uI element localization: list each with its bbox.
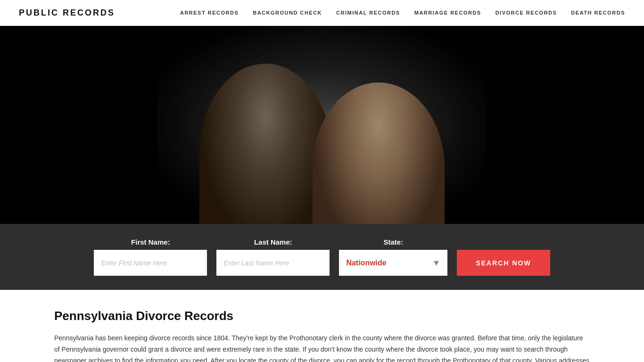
main-nav: ARREST RECORDS BACKGROUND CHECK CRIMINAL… [180,10,625,16]
person-right-figure [313,82,445,224]
search-now-button[interactable]: SEARCH NOW [457,250,550,276]
nav-death-records[interactable]: DEATH RECORDS [571,10,625,16]
page-title: Pennsylvania Divorce Records [54,309,590,323]
hero-couple-image [157,26,487,224]
first-name-label: First Name: [94,238,207,246]
state-select-wrapper: Nationwide Alabama Alaska Arizona Arkans… [339,250,447,276]
last-name-label: Last Name: [216,238,330,246]
nav-arrest-records[interactable]: ARREST RECORDS [180,10,239,16]
first-name-group: First Name: [94,238,207,276]
nav-divorce-records[interactable]: DIVORCE RECORDS [495,10,557,16]
search-section: First Name: Last Name: State: Nationwide… [0,224,644,290]
first-name-input[interactable] [94,250,207,276]
state-group: State: Nationwide Alabama Alaska Arizona… [339,238,447,276]
last-name-group: Last Name: [216,238,330,276]
hero-section [0,26,644,224]
nav-criminal-records[interactable]: CRIMINAL RECORDS [336,10,400,16]
content-paragraph: Pennsylvania has been keeping divorce re… [54,333,590,362]
last-name-input[interactable] [216,250,330,276]
state-select[interactable]: Nationwide Alabama Alaska Arizona Arkans… [339,250,447,276]
site-logo[interactable]: PUBLIC RECORDS [19,8,115,18]
person-left-figure [199,64,331,224]
site-header: PUBLIC RECORDS ARREST RECORDS BACKGROUND… [0,0,644,26]
state-label: State: [339,238,447,246]
nav-marriage-records[interactable]: MARRIAGE RECORDS [414,10,481,16]
content-section: Pennsylvania Divorce Records Pennsylvani… [0,290,644,362]
nav-background-check[interactable]: BACKGROUND CHECK [253,10,322,16]
